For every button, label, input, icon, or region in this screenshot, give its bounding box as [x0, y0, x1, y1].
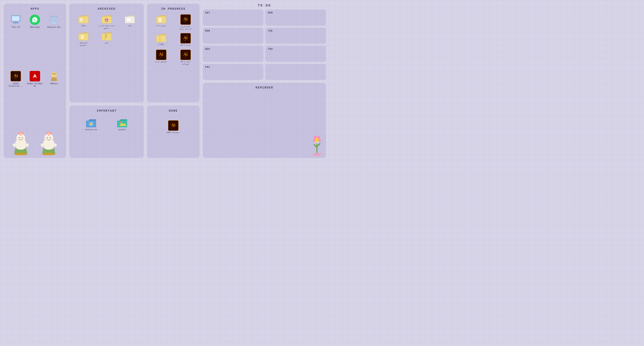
- app-rskala[interactable]: RSKALA: [45, 71, 63, 127]
- right-character-icon: [39, 131, 58, 155]
- app-ai-label: Adobe Illustrat...: [7, 82, 25, 88]
- app-acrobat[interactable]: Adobe Acrobat DC: [26, 71, 44, 127]
- important-files-grid: desktop-env graphic: [72, 116, 141, 133]
- svg-point-8: [34, 76, 36, 77]
- inprogress-file-1002-label: 1-002: [158, 44, 164, 46]
- svg-point-43: [48, 132, 50, 134]
- inprogress-file-jadidtarin-label: جدیدترینجدیدتر پدیا: [180, 26, 192, 30]
- svg-point-13: [54, 73, 56, 74]
- inprogress-file-sticker[interactable]: استیکر جدید: [155, 50, 167, 66]
- reminder-panel[interactable]: REMINDER: [203, 83, 326, 158]
- inprogress-file-1002[interactable]: 1-002: [156, 33, 167, 47]
- recycle-icon: [48, 14, 60, 25]
- archived-file-chap[interactable]: چاپ: [124, 14, 136, 30]
- left-character-icon: [11, 131, 30, 155]
- app-ai[interactable]: Adobe Illustrat...: [7, 71, 25, 127]
- svg-point-79: [120, 122, 121, 123]
- todo-cell-tue[interactable]: TUE: [266, 28, 326, 44]
- svg-point-12: [52, 73, 54, 74]
- archived-file-hesab-label: حسببیلانانبوبو: [80, 42, 87, 46]
- svg-point-25: [18, 132, 20, 134]
- app-this-pc-label: This PC: [12, 26, 20, 28]
- todo-tue-label: TUE: [268, 30, 324, 32]
- todo-cell-empty[interactable]: [266, 64, 326, 80]
- inprogress-file-bayan-label: بیان ۲-۱۲: [156, 25, 166, 27]
- important-file-desktop[interactable]: desktop-env: [85, 118, 97, 131]
- svg-rect-23: [15, 153, 26, 155]
- svg-point-21: [26, 144, 29, 147]
- app-acrobat-label: Adobe Acrobat DC: [26, 82, 44, 88]
- todo-thu-label: THU: [268, 48, 324, 50]
- acrobat-icon: [30, 71, 40, 82]
- todo-cell-fri[interactable]: FRI: [203, 64, 263, 80]
- inprogress-file-jadid-ip[interactable]: جدید ۲-IP: [180, 33, 191, 47]
- svg-point-41: [50, 132, 52, 134]
- done-panel: DONE دیجیتال HOPE: [147, 106, 200, 158]
- inprogress-file-jadid-ip2[interactable]: جدید ۲-IPخوناله: [180, 50, 191, 66]
- svg-point-74: [316, 139, 316, 140]
- todo-grid: SAT SUN MON TUE WED THU FRI: [203, 10, 326, 80]
- apps-panel: APPS This PC: [4, 4, 66, 158]
- svg-point-73: [315, 138, 319, 142]
- archived-file-hesab[interactable]: حسببیلانانبوبو: [78, 32, 89, 46]
- svg-rect-56: [80, 35, 84, 39]
- app-whatsapp-label: WhatsApp: [30, 26, 40, 28]
- todo-cell-sat[interactable]: SAT: [203, 10, 263, 26]
- inprogress-file-jadidtarin[interactable]: جدیدترینجدیدتر پدیا: [180, 14, 192, 30]
- reminder-title: REMINDER: [206, 86, 323, 90]
- done-file-hope[interactable]: دیجیتال HOPE: [167, 120, 180, 134]
- inprogress-title: IN PROGRESS: [150, 7, 196, 11]
- todo-sun-label: SUN: [268, 12, 324, 14]
- inprogress-files-grid: بیان ۲-۱۲ جدیدترینجدیدتر پدیا 1-002 جدید: [150, 14, 196, 66]
- done-file-hope-label: دیجیتال HOPE: [167, 132, 180, 134]
- app-whatsapp[interactable]: WhatsApp: [26, 14, 44, 68]
- archived-file-labo[interactable]: لبو: [101, 32, 112, 46]
- svg-point-18: [18, 138, 19, 140]
- important-title: IMPORTANT: [72, 109, 141, 113]
- apps-grid: This PC WhatsApp: [7, 14, 63, 127]
- svg-point-35: [41, 144, 44, 147]
- important-file-graphic[interactable]: graphic: [116, 118, 128, 131]
- todo-cell-thu[interactable]: THU: [266, 46, 326, 62]
- svg-rect-54: [126, 18, 131, 21]
- todo-title: TO DO: [203, 4, 326, 8]
- apps-title: APPS: [7, 7, 63, 11]
- inprogress-file-jadid-ip-label: جدید ۲-IP: [180, 44, 190, 47]
- done-files-grid: دیجیتال HOPE: [150, 116, 196, 134]
- svg-rect-45: [80, 18, 82, 22]
- svg-point-19: [22, 138, 24, 140]
- svg-rect-38: [43, 153, 54, 155]
- svg-point-32: [50, 137, 50, 138]
- app-recycle[interactable]: Recycle Bin: [45, 14, 63, 68]
- todo-cell-wed[interactable]: WED: [203, 46, 263, 62]
- svg-rect-3: [13, 22, 18, 23]
- decorative-characters: [7, 127, 63, 155]
- inprogress-file-bayan[interactable]: بیان ۲-۱۲: [156, 14, 167, 30]
- inprogress-file-jadid-ip2-label: جدید ۲-IPخوناله: [180, 61, 190, 66]
- rskala-icon: [48, 71, 60, 82]
- todo-fri-label: FRI: [205, 66, 261, 69]
- todo-mon-label: MON: [205, 30, 261, 32]
- app-this-pc[interactable]: This PC: [7, 14, 25, 68]
- archived-file-joraba[interactable]: جدید جورابات ودنبون: [99, 14, 114, 30]
- svg-point-17: [22, 137, 22, 138]
- todo-cell-mon[interactable]: MON: [203, 28, 263, 44]
- svg-rect-2: [14, 22, 17, 22]
- svg-point-40: [46, 132, 48, 134]
- svg-rect-6: [52, 16, 56, 17]
- archived-file-illo[interactable]: illo: [78, 14, 89, 30]
- svg-point-75: [318, 139, 318, 140]
- svg-point-11: [52, 72, 56, 76]
- svg-point-28: [20, 132, 22, 134]
- archived-file-labo-label: لبو: [105, 42, 108, 44]
- important-panel: IMPORTANT desktop-env: [69, 106, 144, 158]
- svg-point-31: [47, 137, 48, 138]
- svg-point-16: [19, 137, 20, 138]
- svg-point-36: [54, 144, 57, 147]
- done-title: DONE: [150, 109, 196, 113]
- ai-icon: [10, 71, 21, 82]
- archived-file-chap-label: چاپ: [128, 25, 132, 27]
- svg-point-33: [46, 138, 47, 140]
- todo-cell-sun[interactable]: SUN: [266, 10, 326, 26]
- svg-point-52: [107, 19, 108, 20]
